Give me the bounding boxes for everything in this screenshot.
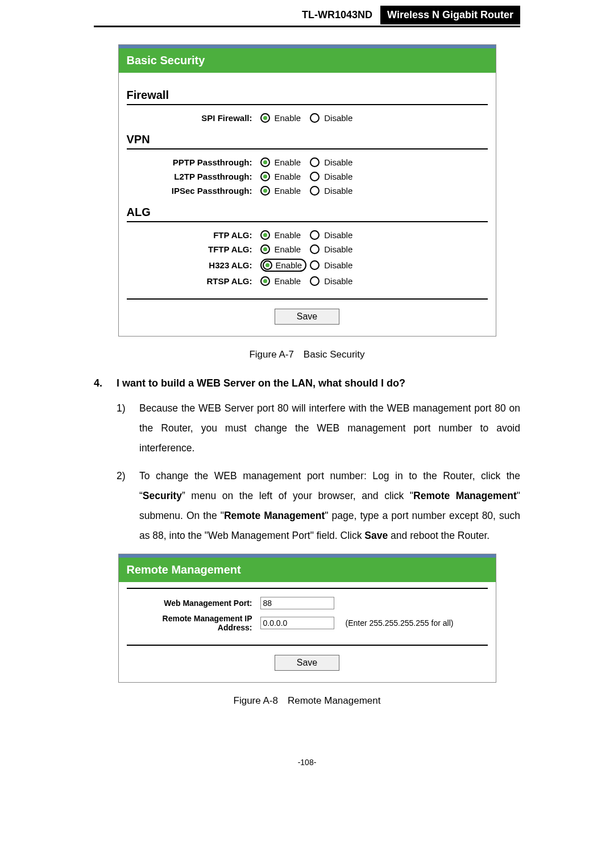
- circled-highlight: Enable: [260, 259, 307, 272]
- radio-enable-label: Enable: [275, 276, 301, 286]
- radio-enable-label: Enable: [275, 157, 301, 167]
- row-label: TFTP ALG:: [127, 244, 260, 254]
- panel-title: Remote Management: [119, 558, 496, 582]
- radio-enable-icon[interactable]: [260, 276, 270, 286]
- radio-disable-label: Disable: [324, 260, 352, 270]
- section-alg: ALG FTP ALG: Enable Disable TFTP ALG:: [127, 206, 488, 286]
- radio-disable-label: Disable: [324, 230, 352, 240]
- model-code: TL-WR1043ND: [296, 6, 378, 24]
- web-management-port-input[interactable]: [260, 597, 334, 609]
- radio-disable-icon[interactable]: [310, 172, 320, 181]
- radio-enable-label: Enable: [275, 172, 301, 181]
- radio-disable-icon[interactable]: [310, 230, 320, 240]
- row-label: PPTP Passthrough:: [127, 157, 260, 167]
- section-title: VPN: [127, 133, 488, 149]
- section-title: ALG: [127, 206, 488, 222]
- figure-a7-caption: Figure A-7 Basic Security: [94, 349, 520, 360]
- radio-enable-icon[interactable]: [260, 157, 270, 167]
- ip-hint: (Enter 255.255.255.255 for all): [346, 618, 454, 628]
- figure-a7-screenshot: Basic Security Firewall SPI Firewall: En…: [118, 44, 496, 337]
- row-label: SPI Firewall:: [127, 113, 260, 123]
- radio-disable-icon[interactable]: [310, 113, 320, 123]
- row-label: Remote Management IP Address:: [127, 614, 260, 632]
- radio-disable-label: Disable: [324, 276, 352, 286]
- radio-enable-icon[interactable]: [260, 113, 270, 123]
- radio-disable-icon[interactable]: [310, 157, 320, 167]
- radio-disable-label: Disable: [324, 244, 352, 254]
- doc-header: TL-WR1043ND Wireless N Gigabit Router: [94, 6, 520, 27]
- row-label: L2TP Passthrough:: [127, 172, 260, 181]
- q-number: 4.: [94, 377, 117, 389]
- radio-enable-label: Enable: [275, 113, 301, 123]
- row-tftp-alg: TFTP ALG: Enable Disable: [127, 244, 488, 254]
- row-l2tp: L2TP Passthrough: Enable Disable: [127, 172, 488, 181]
- radio-disable-icon[interactable]: [310, 186, 320, 196]
- model-title: Wireless N Gigabit Router: [380, 6, 520, 24]
- radio-enable-icon[interactable]: [260, 244, 270, 254]
- row-web-port: Web Management Port:: [127, 597, 488, 609]
- radio-enable-label: Enable: [275, 186, 301, 196]
- step-text: Because the WEB Server port 80 will inte…: [139, 398, 520, 458]
- row-ipsec: IPSec Passthrough: Enable Disable: [127, 186, 488, 196]
- save-button[interactable]: Save: [275, 655, 339, 671]
- radio-disable-label: Disable: [324, 186, 352, 196]
- row-label: IPSec Passthrough:: [127, 186, 260, 196]
- page-number: -108-: [94, 758, 520, 767]
- radio-disable-icon[interactable]: [310, 276, 320, 286]
- panel-title: Basic Security: [119, 48, 496, 73]
- row-label: Web Management Port:: [127, 599, 260, 608]
- row-label: H323 ALG:: [127, 260, 260, 270]
- radio-enable-icon[interactable]: [260, 186, 270, 196]
- step-1: 1) Because the WEB Server port 80 will i…: [94, 398, 520, 458]
- row-spi-firewall: SPI Firewall: Enable Disable: [127, 113, 488, 123]
- remote-ip-input[interactable]: [260, 617, 334, 629]
- row-rtsp-alg: RTSP ALG: Enable Disable: [127, 276, 488, 286]
- save-button[interactable]: Save: [275, 309, 339, 325]
- figure-a8-screenshot: Remote Management Web Management Port: R…: [118, 554, 496, 683]
- radio-disable-label: Disable: [324, 113, 352, 123]
- radio-disable-label: Disable: [324, 172, 352, 181]
- question-4: 4. I want to build a WEB Server on the L…: [94, 377, 520, 389]
- radio-enable-icon[interactable]: [263, 260, 272, 270]
- radio-disable-icon[interactable]: [310, 244, 320, 254]
- step-2: 2) To change the WEB management port num…: [94, 466, 520, 546]
- row-pptp: PPTP Passthrough: Enable Disable: [127, 157, 488, 167]
- section-title: Firewall: [127, 89, 488, 105]
- step-number: 1): [117, 398, 139, 458]
- step-number: 2): [117, 466, 139, 546]
- row-label: RTSP ALG:: [127, 276, 260, 286]
- radio-enable-label: Enable: [276, 260, 302, 270]
- radio-enable-icon[interactable]: [260, 230, 270, 240]
- row-h323-alg: H323 ALG: Enable Disable: [127, 259, 488, 272]
- radio-disable-icon[interactable]: [310, 260, 320, 270]
- section-vpn: VPN PPTP Passthrough: Enable Disable L2T…: [127, 133, 488, 196]
- row-remote-ip: Remote Management IP Address: (Enter 255…: [127, 614, 488, 632]
- step-text: To change the WEB management port number…: [139, 466, 520, 546]
- figure-a8-caption: Figure A-8 Remote Management: [94, 695, 520, 707]
- radio-disable-label: Disable: [324, 157, 352, 167]
- q-text: I want to build a WEB Server on the LAN,…: [117, 377, 405, 389]
- row-ftp-alg: FTP ALG: Enable Disable: [127, 230, 488, 240]
- row-label: FTP ALG:: [127, 230, 260, 240]
- radio-enable-icon[interactable]: [260, 172, 270, 181]
- radio-enable-label: Enable: [275, 230, 301, 240]
- section-firewall: Firewall SPI Firewall: Enable Disable: [127, 89, 488, 123]
- radio-enable-label: Enable: [275, 244, 301, 254]
